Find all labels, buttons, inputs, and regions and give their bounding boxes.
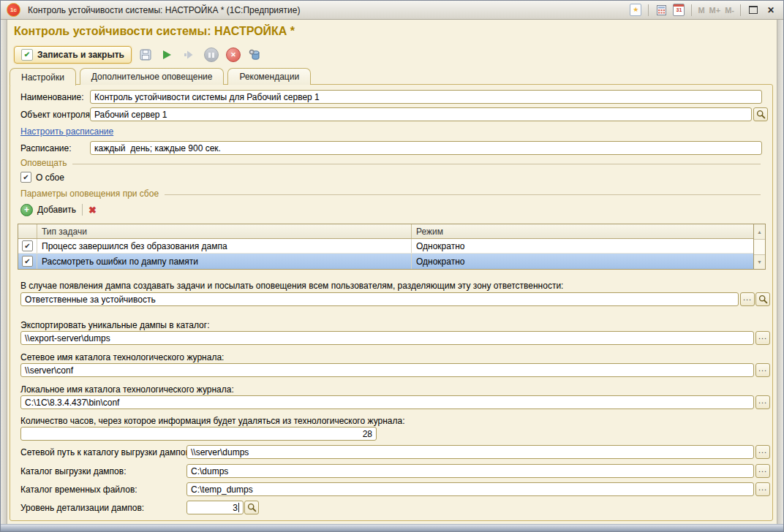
save-button[interactable] xyxy=(137,47,154,63)
net-dump-path-label: Сетевой путь к каталогу выгрузки дампов … xyxy=(20,447,195,457)
control-object-lookup-button[interactable] xyxy=(753,107,768,121)
separator xyxy=(82,204,83,216)
window-border-bottom xyxy=(1,524,783,531)
stop-control-button[interactable] xyxy=(225,47,241,63)
detail-level-lookup-button[interactable] xyxy=(244,501,259,514)
dump-dir-ellipsis-button[interactable]: ... xyxy=(755,464,770,478)
table-header-row: Тип задачи Режим xyxy=(18,224,753,239)
tasks-table-body: Тип задачи Режим Процесс завершился без … xyxy=(18,224,753,269)
titlebar-buttons: 31 M M+ M- xyxy=(629,4,777,17)
header-checkbox-column[interactable] xyxy=(18,224,37,238)
zone-input[interactable]: Ответственные за устойчивость xyxy=(20,292,739,306)
zone-lookup-button[interactable] xyxy=(755,292,770,306)
control-object-label: Объект контроля: xyxy=(20,110,92,120)
close-button[interactable] xyxy=(764,4,777,17)
scroll-down-button[interactable] xyxy=(754,255,765,269)
scroll-up-button[interactable] xyxy=(754,224,765,240)
tab-settings[interactable]: Настройки xyxy=(10,68,76,86)
calendar-button[interactable]: 31 xyxy=(672,4,685,17)
floppy-disk-icon xyxy=(140,49,151,61)
pause-control-button[interactable] xyxy=(203,47,219,63)
magnifier-icon xyxy=(756,110,766,119)
name-label: Наименование: xyxy=(20,92,84,102)
configure-schedule-link[interactable]: Настроить расписание xyxy=(20,126,113,137)
star-icon xyxy=(630,4,641,16)
name-input[interactable]: Контроль устойчивости системы для Рабочи… xyxy=(90,90,762,104)
table-row-selected[interactable]: Рассмотреть ошибки по дампу памяти Однок… xyxy=(18,254,753,269)
window-border-left xyxy=(1,20,7,525)
task-type-cell[interactable]: Процесс завершился без образования дампа xyxy=(37,239,412,253)
dump-dir-input[interactable]: C:\dumps xyxy=(186,464,754,478)
export-dir-ellipsis-button[interactable]: ... xyxy=(755,331,770,345)
failure-checkbox[interactable] xyxy=(20,172,31,183)
calendar-icon: 31 xyxy=(673,4,685,16)
add-row-button[interactable]: Добавить xyxy=(20,204,76,216)
scroll-track[interactable] xyxy=(754,240,765,255)
resume-control-button[interactable] xyxy=(181,47,197,63)
header-mode[interactable]: Режим xyxy=(412,224,753,238)
local-log-dir-label: Локальное имя каталога технологического … xyxy=(20,384,234,395)
detail-level-input[interactable]: 3 xyxy=(186,501,244,514)
row-checkbox[interactable] xyxy=(22,240,33,251)
notify-group-caption: Оповещать xyxy=(20,158,761,168)
control-object-input[interactable]: Рабочий сервер 1 xyxy=(90,107,752,121)
separator xyxy=(691,4,692,16)
hours-input[interactable]: 28 xyxy=(20,427,377,441)
temp-dir-ellipsis-button[interactable]: ... xyxy=(755,482,770,496)
memory-plus-button[interactable]: M+ xyxy=(709,6,721,15)
local-log-dir-input[interactable]: C:\1C\8.3.4.437\bin\conf xyxy=(20,395,754,409)
failure-checkbox-row[interactable]: О сбое xyxy=(20,172,64,183)
net-dump-path-ellipsis-button[interactable]: ... xyxy=(755,445,770,459)
window-title: Контроль устойчивости системы: НАСТРОЙКА… xyxy=(28,5,300,15)
separator xyxy=(648,4,649,16)
favorites-button[interactable] xyxy=(629,4,642,17)
tab-bar: Настройки Дополнительное оповещение Реко… xyxy=(10,68,311,86)
stop-icon xyxy=(226,48,241,62)
memory-recall-button[interactable]: M xyxy=(698,6,704,15)
failure-params-group-caption: Параметры оповещения при сбое xyxy=(20,189,761,199)
delete-row-button[interactable] xyxy=(88,205,97,216)
save-and-close-label: Записать и закрыть xyxy=(37,50,124,60)
text-caret xyxy=(238,503,239,512)
table-command-bar: Добавить xyxy=(20,202,97,217)
tab-recommendations[interactable]: Рекомендации xyxy=(227,68,311,85)
export-dir-label: Экспортировать уникальные дампы в катало… xyxy=(20,320,209,330)
magnifier-icon xyxy=(758,294,768,304)
net-log-dir-ellipsis-button[interactable]: ... xyxy=(755,363,770,377)
temp-dir-input[interactable]: C:\temp_dumps xyxy=(186,482,754,496)
plus-icon xyxy=(20,204,33,216)
separator xyxy=(740,4,741,16)
temp-dir-label: Каталог временных файлов: xyxy=(20,484,137,495)
memory-minus-button[interactable]: M- xyxy=(725,6,734,15)
local-log-dir-ellipsis-button[interactable]: ... xyxy=(755,395,770,409)
1c-logo-icon[interactable]: 1с xyxy=(7,3,20,17)
schedule-input[interactable]: каждый день; каждые 900 сек. xyxy=(90,141,762,155)
net-log-dir-input[interactable]: \\server\conf xyxy=(20,363,754,377)
table-scrollbar[interactable] xyxy=(753,224,765,269)
app-window: 1с Контроль устойчивости системы: НАСТРО… xyxy=(0,0,784,532)
step-arrow-icon xyxy=(184,50,195,60)
database-gear-icon xyxy=(249,49,261,61)
page-title: Контроль устойчивости системы: НАСТРОЙКА… xyxy=(14,25,295,38)
schedule-label: Расписание: xyxy=(20,143,72,153)
zone-ellipsis-button[interactable]: ... xyxy=(740,292,755,306)
maximize-button[interactable] xyxy=(747,4,760,17)
export-dir-input[interactable]: \\export-server\dumps xyxy=(20,331,754,345)
calculator-button[interactable] xyxy=(655,4,668,17)
table-row[interactable]: Процесс завершился без образования дампа… xyxy=(18,239,753,254)
dump-dir-label: Каталог выгрузки дампов: xyxy=(20,466,126,476)
header-task-type[interactable]: Тип задачи xyxy=(37,224,412,238)
start-control-button[interactable] xyxy=(159,47,176,63)
maximize-icon xyxy=(749,6,758,14)
net-dump-path-input[interactable]: \\server\dumps xyxy=(186,445,754,459)
tab-additional-notification[interactable]: Дополнительное оповещение xyxy=(80,68,225,85)
task-type-cell[interactable]: Рассмотреть ошибки по дампу памяти xyxy=(37,254,412,269)
service-settings-button[interactable] xyxy=(247,47,263,63)
save-and-close-button[interactable]: Записать и закрыть xyxy=(14,46,132,64)
mode-cell[interactable]: Однократно xyxy=(412,239,753,253)
mode-cell[interactable]: Однократно xyxy=(412,254,753,269)
row-checkbox[interactable] xyxy=(22,256,33,267)
tasks-table: Тип задачи Режим Процесс завершился без … xyxy=(18,224,766,270)
add-row-label: Добавить xyxy=(37,205,76,215)
command-toolbar: Записать и закрыть xyxy=(14,45,263,64)
